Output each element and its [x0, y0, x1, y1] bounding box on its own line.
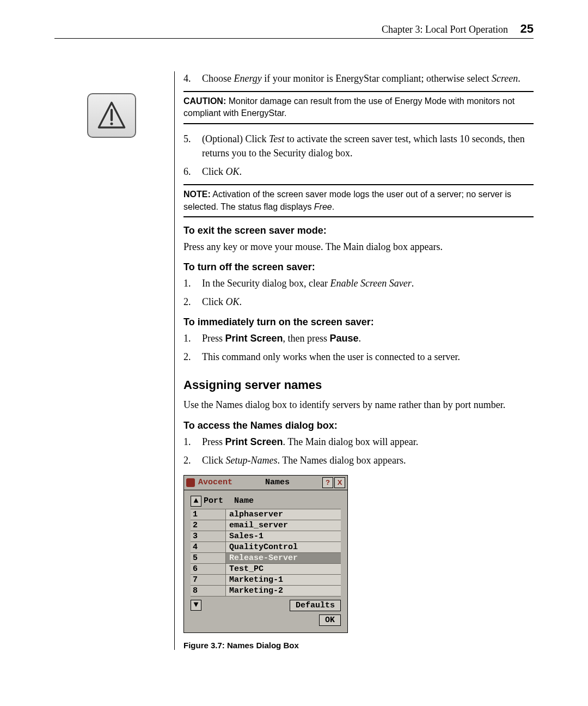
- brand-logo-icon: [186, 478, 195, 487]
- step-number: 2.: [183, 350, 202, 364]
- step-text: Press Print Screen. The Main dialog box …: [202, 435, 534, 449]
- step-number: 1.: [183, 331, 202, 345]
- turn-off-step-2: 2. Click OK.: [183, 295, 534, 309]
- name-cell[interactable]: Release-Server: [226, 553, 341, 563]
- page-number: 25: [520, 22, 534, 35]
- table-row[interactable]: 3Sales-1: [191, 531, 341, 542]
- step-number: 1.: [183, 435, 202, 449]
- dialog-title: Names: [232, 478, 322, 487]
- port-cell: 4: [191, 542, 226, 552]
- table-row[interactable]: 8Marketing-2: [191, 586, 341, 597]
- subhead-access-names: To access the Names dialog box:: [183, 420, 534, 431]
- access-step-1: 1. Press Print Screen. The Main dialog b…: [183, 435, 534, 449]
- port-cell: 6: [191, 564, 226, 574]
- port-cell: 2: [191, 520, 226, 531]
- table-row[interactable]: 1alphaserver: [191, 509, 341, 520]
- step-number: 2.: [183, 453, 202, 467]
- table-row[interactable]: 4QualityControl: [191, 542, 341, 553]
- step-5: 5. (Optional) Click Test to activate the…: [183, 132, 534, 160]
- immediate-step-1: 1. Press Print Screen, then press Pause.: [183, 331, 534, 345]
- help-button[interactable]: ?: [322, 477, 333, 488]
- defaults-button[interactable]: Defaults: [290, 600, 341, 611]
- step-number: 5.: [183, 132, 202, 160]
- step-text: (Optional) Click Test to activate the sc…: [202, 132, 534, 160]
- section-title: Assigning server names: [183, 378, 534, 392]
- sort-button[interactable]: ▲: [191, 496, 201, 507]
- table-row[interactable]: 7Marketing-1: [191, 575, 341, 586]
- caution-icon: [87, 93, 136, 138]
- section-intro: Use the Names dialog box to identify ser…: [183, 398, 534, 412]
- step-4: 4. Choose Energy if your monitor is Ener…: [183, 71, 534, 86]
- port-cell: 5: [191, 553, 226, 563]
- subhead-immediate: To immediately turn on the screen saver:: [183, 317, 534, 328]
- port-cell: 3: [191, 531, 226, 541]
- step-text: In the Security dialog box, clear Enable…: [202, 276, 534, 290]
- close-button[interactable]: X: [334, 477, 345, 488]
- column-headers: ▲ Port Name: [191, 496, 341, 507]
- turn-off-step-1: 1. In the Security dialog box, clear Ena…: [183, 276, 534, 290]
- dialog-titlebar[interactable]: Avocent Names ? X: [184, 476, 347, 490]
- table-row[interactable]: 2email_server: [191, 520, 341, 531]
- name-cell[interactable]: Test_PC: [226, 564, 341, 574]
- caution-box: CAUTION: Monitor damage can result from …: [183, 91, 534, 124]
- header-rule: [54, 38, 534, 39]
- chevron-down-icon: ▼: [193, 600, 198, 610]
- names-dialog: Avocent Names ? X ▲ Port Name: [183, 475, 348, 633]
- name-cell[interactable]: alphaserver: [226, 509, 341, 520]
- chapter-label: Chapter 3: Local Port Operation: [382, 24, 508, 35]
- port-cell: 8: [191, 586, 226, 596]
- name-cell[interactable]: Marketing-2: [226, 586, 341, 596]
- ok-button[interactable]: OK: [319, 614, 341, 626]
- port-cell: 1: [191, 509, 226, 520]
- name-cell[interactable]: email_server: [226, 520, 341, 531]
- svg-point-2: [110, 123, 113, 125]
- name-cell[interactable]: QualityControl: [226, 542, 341, 552]
- step-text: Click OK.: [202, 295, 534, 309]
- table-row[interactable]: 6Test_PC: [191, 564, 341, 575]
- port-cell: 7: [191, 575, 226, 585]
- col-name-label[interactable]: Name: [234, 496, 341, 506]
- step-number: 4.: [183, 71, 202, 86]
- exit-body: Press any key or move your mouse. The Ma…: [183, 240, 534, 254]
- sort-up-icon: ▲: [193, 496, 198, 506]
- step-text: Choose Energy if your monitor is EnergyS…: [202, 71, 534, 86]
- step-number: 2.: [183, 295, 202, 309]
- note-box: NOTE: Activation of the screen saver mod…: [183, 184, 534, 217]
- step-number: 1.: [183, 276, 202, 290]
- caution-lead: CAUTION:: [183, 96, 226, 106]
- access-step-2: 2. Click Setup-Names. The Names dialog b…: [183, 453, 534, 467]
- step-text: Click Setup-Names. The Names dialog box …: [202, 453, 534, 467]
- step-number: 6.: [183, 165, 202, 179]
- immediate-step-2: 2. This command only works when the user…: [183, 350, 534, 364]
- subhead-turn-off: To turn off the screen saver:: [183, 261, 534, 273]
- step-text: Press Print Screen, then press Pause.: [202, 331, 534, 345]
- brand-name: Avocent: [198, 478, 232, 487]
- caution-text: Monitor damage can result from the use o…: [183, 96, 514, 118]
- step-text: This command only works when the user is…: [202, 350, 534, 364]
- more-button[interactable]: ▼: [191, 600, 201, 611]
- name-cell[interactable]: Sales-1: [226, 531, 341, 541]
- note-text: Activation of the screen saver mode logs…: [183, 190, 511, 211]
- table-row[interactable]: 5Release-Server: [191, 553, 341, 564]
- subhead-exit: To exit the screen saver mode:: [183, 225, 534, 236]
- step-6: 6. Click OK.: [183, 165, 534, 179]
- running-head: Chapter 3: Local Port Operation 25: [54, 22, 534, 36]
- figure-caption: Figure 3.7: Names Dialog Box: [183, 641, 534, 650]
- name-cell[interactable]: Marketing-1: [226, 575, 341, 585]
- note-lead: NOTE:: [183, 190, 211, 199]
- step-text: Click OK.: [202, 165, 534, 179]
- server-list: 1alphaserver2email_server3Sales-14Qualit…: [191, 509, 341, 597]
- col-port-label[interactable]: Port: [204, 496, 234, 506]
